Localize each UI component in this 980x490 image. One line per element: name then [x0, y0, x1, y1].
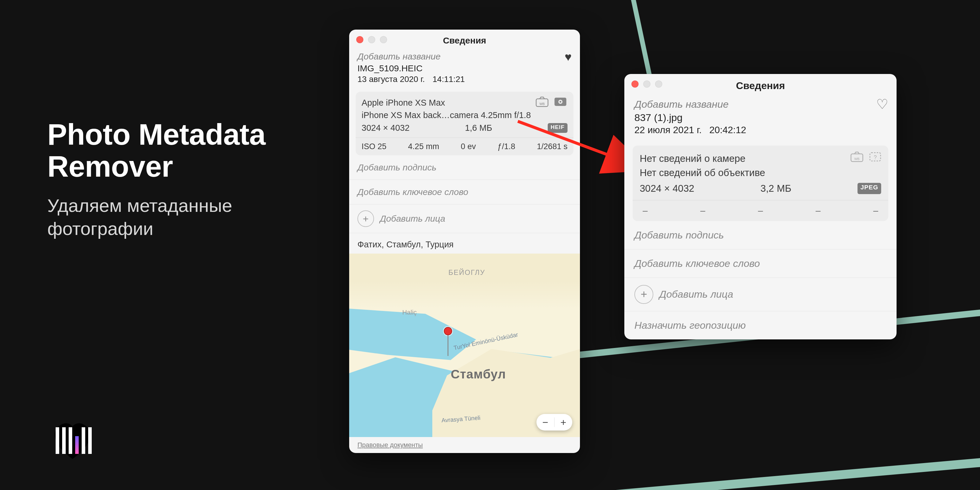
heading-subtitle-line1: Удаляем метаданные [47, 195, 232, 216]
camera-wb-icon: WB [535, 96, 549, 108]
date-label: 13 августа 2020 г. [358, 75, 425, 84]
add-faces-row[interactable]: + Добавить лица [624, 278, 897, 311]
window-titlebar[interactable]: Сведения [349, 30, 580, 50]
svg-text:?: ? [874, 154, 877, 161]
close-button[interactable] [632, 81, 638, 88]
plus-icon[interactable]: + [635, 285, 653, 304]
heading-title-line2: Remover [47, 150, 173, 183]
info-window-before: Сведения Добавить название ♥ IMG_5109.HE… [349, 30, 580, 453]
location-map[interactable]: БЕЙОГЛУ Haliç TurYol Eminönü-Üsküdar Ста… [349, 254, 580, 437]
filename-label: 837 (1).jpg [635, 112, 886, 123]
exif-ev: 0 ev [461, 142, 476, 151]
add-caption-input[interactable]: Добавить подпись [349, 155, 580, 180]
info-window-after: Сведения Добавить название ♡ 837 (1).jpg… [624, 74, 897, 339]
minimize-button[interactable] [368, 36, 375, 43]
add-faces-label: Добавить лица [659, 288, 733, 300]
location-text[interactable]: Фатих, Стамбул, Турция [349, 233, 580, 254]
close-button[interactable] [356, 36, 363, 43]
exif-dash: – [700, 206, 705, 216]
map-district-label: БЕЙОГЛУ [448, 268, 485, 277]
exif-row-empty: – – – – – [633, 200, 888, 221]
format-badge: JPEG [858, 183, 881, 194]
svg-text:WB: WB [854, 157, 859, 161]
time-label: 14:11:21 [433, 75, 465, 84]
maximize-button[interactable] [380, 36, 387, 43]
add-faces-label: Добавить лица [380, 214, 445, 224]
legal-link[interactable]: Правовые документы [349, 437, 580, 453]
add-keyword-input[interactable]: Добавить ключевое слово [349, 180, 580, 204]
exif-dash: – [758, 206, 763, 216]
map-zoom-control: − + [536, 414, 572, 431]
map-pin-icon[interactable] [444, 327, 452, 335]
add-title-input[interactable]: Добавить название [358, 51, 572, 62]
favorite-heart-icon[interactable]: ♡ [876, 96, 888, 112]
no-camera-label: Нет сведений о камере [640, 151, 881, 166]
window-title: Сведения [736, 80, 785, 91]
add-title-input[interactable]: Добавить название [635, 99, 886, 110]
maximize-button[interactable] [655, 81, 662, 88]
filesize-label: 3,2 МБ [694, 183, 858, 194]
unknown-format-icon: ? [868, 151, 882, 163]
favorite-heart-icon[interactable]: ♥ [565, 50, 572, 64]
lens-info: iPhone XS Max back…camera 4.25mm f/1.8 [361, 109, 568, 121]
background-accent [267, 456, 980, 490]
camera-wb-icon: WB [850, 151, 864, 163]
metadata-card: WB ? Нет сведений о камере Нет сведений … [633, 146, 888, 221]
filename-label: IMG_5109.HEIC [358, 63, 572, 73]
exif-iso: ISO 25 [361, 142, 387, 151]
exif-aperture: ƒ/1.8 [497, 142, 515, 151]
minimize-button[interactable] [643, 81, 651, 88]
heading-subtitle-line2: фотографии [47, 218, 153, 239]
no-lens-label: Нет сведений об объективе [640, 166, 881, 180]
map-water-label: Haliç [402, 309, 417, 316]
zoom-out-button[interactable]: − [536, 414, 554, 431]
plus-icon[interactable]: + [358, 210, 374, 227]
heading-title-line1: Photo Metadata [47, 118, 266, 151]
window-titlebar[interactable]: Сведения [624, 74, 897, 95]
brand-logo [50, 419, 95, 460]
exif-dash: – [643, 206, 648, 216]
svg-point-4 [560, 101, 561, 103]
dimensions-label: 3024 × 4032 [361, 123, 409, 133]
date-label: 22 июля 2021 г. [635, 124, 702, 135]
map-city-label: Стамбул [451, 367, 506, 382]
assign-geoposition-input[interactable]: Назначить геопозицию [624, 311, 897, 339]
page-heading: Photo Metadata Remover Удаляем метаданны… [47, 118, 266, 240]
add-faces-row[interactable]: + Добавить лица [349, 204, 580, 233]
time-label: 20:42:12 [709, 124, 746, 135]
exif-focal: 4.25 mm [408, 142, 439, 151]
window-title: Сведения [443, 35, 486, 45]
zoom-in-button[interactable]: + [555, 414, 572, 431]
add-keyword-input[interactable]: Добавить ключевое слово [624, 250, 897, 278]
svg-text:WB: WB [539, 102, 545, 106]
metadata-card: WB Apple iPhone XS Max iPhone XS Max bac… [356, 92, 573, 155]
filesize-label: 1,6 МБ [409, 123, 548, 133]
exif-shutter: 1/2681 s [537, 142, 568, 151]
exif-row: ISO 25 4.25 mm 0 ev ƒ/1.8 1/2681 s [356, 138, 573, 155]
format-badge: HEIF [548, 123, 568, 133]
dimensions-label: 3024 × 4032 [640, 183, 694, 194]
metering-icon [553, 96, 568, 108]
exif-dash: – [816, 206, 821, 216]
add-caption-input[interactable]: Добавить подпись [624, 221, 897, 250]
exif-dash: – [873, 206, 878, 216]
